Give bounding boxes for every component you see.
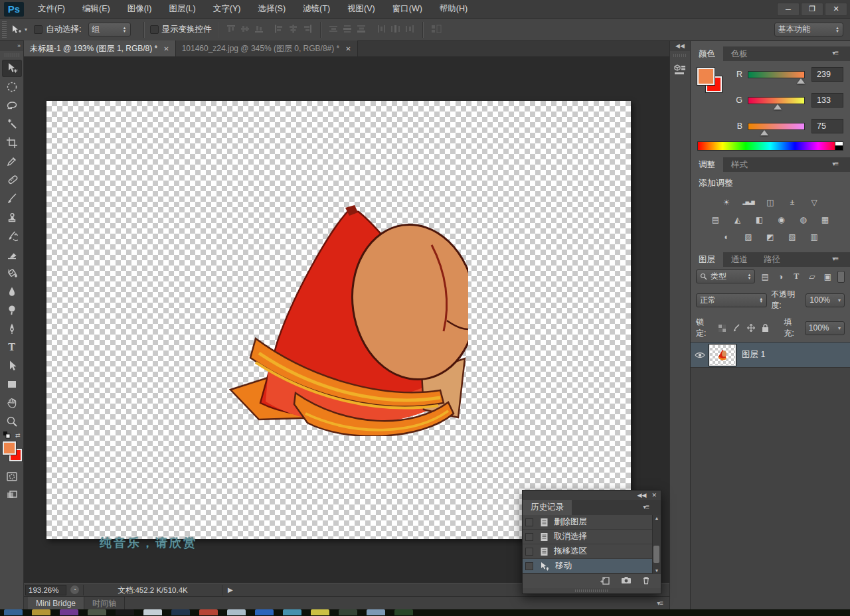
color-spectrum-bar[interactable] (697, 141, 843, 151)
swap-colors-icon[interactable]: ⇄ (15, 432, 21, 439)
tab-styles[interactable]: 样式 (723, 157, 756, 172)
taskbar-icon[interactable] (171, 609, 190, 615)
brightness-contrast-icon[interactable]: ☀ (719, 196, 734, 208)
zoom-level-field[interactable]: 193.26% (25, 585, 66, 595)
align-left-icon[interactable] (274, 25, 284, 35)
posterize-icon[interactable]: ▨ (740, 231, 756, 242)
tab-swatches[interactable]: 色板 (723, 46, 756, 61)
selective-color-icon[interactable]: ▥ (806, 231, 822, 242)
menu-select[interactable]: 选择(S) (249, 0, 294, 19)
black-white-icon[interactable]: ◧ (752, 214, 768, 225)
history-brush-tool[interactable] (2, 227, 22, 244)
hue-saturation-icon[interactable]: ▤ (708, 214, 724, 225)
taskbar-icon[interactable] (116, 609, 134, 615)
menu-edit[interactable]: 编辑(E) (74, 0, 119, 19)
green-slider-thumb[interactable] (774, 104, 782, 110)
magic-wand-tool[interactable] (2, 116, 22, 133)
blue-slider-thumb[interactable] (760, 130, 768, 135)
taskbar-icon[interactable] (32, 609, 50, 615)
history-scrollbar-thumb[interactable] (653, 546, 659, 563)
distribute-bottom-icon[interactable] (357, 25, 367, 35)
auto-align-icon[interactable] (431, 25, 442, 35)
color-balance-icon[interactable]: ◭ (730, 214, 746, 225)
delete-state-trash-icon[interactable] (642, 576, 650, 587)
menu-image[interactable]: 图像(I) (119, 0, 161, 19)
history-item-selected[interactable]: 移动 (523, 559, 661, 574)
tab-channels[interactable]: 通道 (723, 252, 756, 267)
document-tab-inactive[interactable]: 101460_z24.jpg @ 345% (图层 0, RGB/8#) * ✕ (176, 40, 358, 56)
taskbar-icon[interactable] (311, 609, 329, 615)
minimize-button[interactable]: ─ (777, 3, 800, 16)
menu-type[interactable]: 文字(Y) (205, 0, 250, 19)
fill-dropdown[interactable]: 100% ▾ (805, 321, 845, 335)
filter-adjustment-layers-icon[interactable]: ◑ (775, 271, 787, 283)
invert-icon[interactable]: ◐ (719, 231, 734, 242)
panel-foreground-swatch[interactable] (697, 68, 715, 85)
align-hcenter-icon[interactable] (288, 25, 298, 35)
adjustments-panel-menu-icon[interactable]: ▾≡ (832, 160, 838, 167)
lock-position-icon[interactable] (746, 323, 756, 333)
menu-layer[interactable]: 图层(L) (160, 0, 204, 19)
tab-color[interactable]: 颜色 (691, 46, 723, 61)
canvas[interactable] (46, 101, 631, 539)
history-scrollbar[interactable]: ▲ ▼ (652, 515, 661, 574)
layer-thumbnail[interactable] (709, 345, 736, 366)
threshold-icon[interactable]: ◩ (762, 231, 778, 242)
workspace-switcher[interactable]: 基本功能 ▲▼ (774, 23, 843, 37)
auto-select-checkbox[interactable] (34, 25, 42, 34)
document-size-info[interactable]: 文档:452.2 K/510.4K (83, 585, 222, 595)
brush-tool[interactable] (2, 190, 22, 207)
eyedropper-tool[interactable] (2, 153, 22, 170)
filter-toggle-switch[interactable] (837, 271, 845, 283)
filter-type-layers-icon[interactable]: T (790, 271, 802, 283)
color-panel-menu-icon[interactable]: ▾≡ (832, 49, 838, 56)
history-source-checkbox[interactable] (525, 533, 533, 541)
red-slider-thumb[interactable] (797, 78, 805, 84)
type-tool[interactable]: T (2, 339, 22, 356)
history-source-checkbox[interactable] (525, 548, 533, 556)
channel-mixer-icon[interactable]: ◍ (796, 214, 811, 225)
history-collapse-icon[interactable]: ◀◀ (638, 492, 647, 499)
scroll-down-icon[interactable]: ▼ (655, 568, 659, 573)
menu-view[interactable]: 视图(V) (339, 0, 384, 19)
tab-timeline[interactable]: 时间轴 (84, 597, 125, 610)
vibrance-icon[interactable]: ▽ (806, 196, 822, 208)
screen-mode-button[interactable] (2, 487, 22, 504)
blue-slider[interactable] (748, 123, 805, 130)
quick-mask-button[interactable] (2, 468, 22, 485)
close-button[interactable]: ✕ (825, 3, 847, 16)
status-expand-icon[interactable]: ▶ (228, 586, 233, 593)
hand-tool[interactable] (2, 394, 22, 412)
blur-tool[interactable] (2, 283, 22, 300)
red-slider[interactable] (748, 71, 805, 78)
current-tool-indicator[interactable]: ▾ (11, 25, 27, 35)
lock-image-pixels-icon[interactable] (731, 323, 742, 333)
new-document-from-state-icon[interactable] (600, 576, 610, 587)
layer-filter-type-dropdown[interactable]: 类型 ▲▼ (696, 270, 755, 283)
red-value-field[interactable]: 239 (811, 67, 843, 82)
filter-smart-objects-icon[interactable]: ▣ (822, 271, 834, 283)
menu-window[interactable]: 窗口(W) (384, 0, 431, 19)
foreground-color-swatch[interactable] (3, 441, 16, 455)
default-colors-icon[interactable] (3, 431, 11, 440)
history-item[interactable]: 取消选择 (523, 530, 661, 544)
curves-icon[interactable]: ◫ (762, 196, 778, 208)
tab-close-icon[interactable]: ✕ (345, 45, 351, 52)
history-close-icon[interactable]: ✕ (651, 492, 657, 499)
distribute-right-icon[interactable] (404, 25, 414, 35)
blend-mode-dropdown[interactable]: 正常 ▲▼ (696, 293, 767, 307)
crop-tool[interactable] (2, 134, 22, 151)
opacity-dropdown[interactable]: 100% ▾ (806, 293, 845, 307)
taskbar-icon[interactable] (339, 609, 357, 615)
taskbar-icon[interactable] (283, 609, 301, 615)
taskbar-icon[interactable] (143, 609, 162, 615)
green-value-field[interactable]: 133 (811, 93, 843, 108)
elliptical-marquee-tool[interactable] (2, 78, 22, 96)
distribute-vcenter-icon[interactable] (343, 25, 353, 35)
restore-button[interactable]: ❐ (801, 3, 823, 16)
lock-transparent-pixels-icon[interactable] (717, 323, 727, 333)
history-source-checkbox[interactable] (525, 562, 533, 570)
blue-value-field[interactable]: 75 (811, 119, 843, 133)
color-lookup-icon[interactable]: ▦ (817, 214, 833, 225)
taskbar-icon[interactable] (4, 609, 23, 615)
